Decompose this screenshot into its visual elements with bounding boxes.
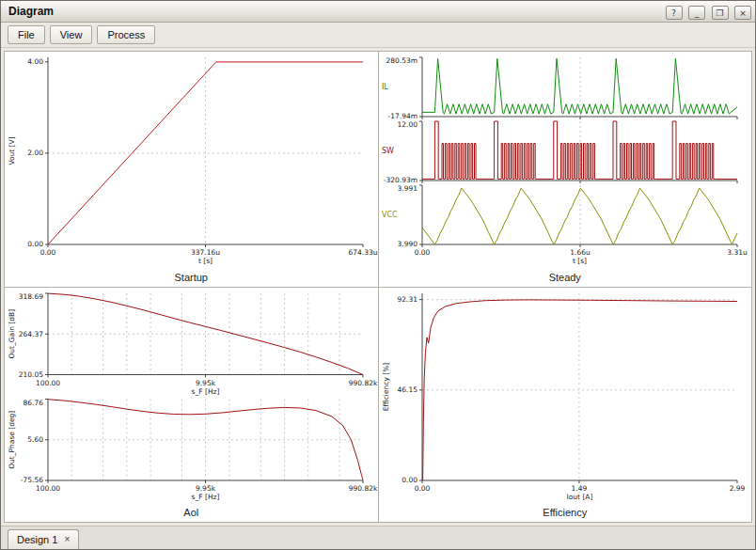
svg-text:t [s]: t [s]: [198, 257, 213, 265]
svg-text:2.99: 2.99: [729, 484, 745, 493]
svg-text:4.00: 4.00: [27, 57, 43, 66]
svg-text:-17.94m: -17.94m: [387, 112, 417, 120]
svg-text:280.53m: 280.53m: [386, 56, 417, 65]
diagram-window: Diagram ? _ ❐ × File View Process 0.0033…: [0, 0, 756, 550]
svg-text:IL: IL: [382, 83, 388, 91]
startup-chart-svg: 0.00337.16u674.33ut [s]0.002.004.00Vout …: [5, 52, 378, 271]
startup-plot[interactable]: 0.00337.16u674.33ut [s]0.002.004.00Vout …: [5, 52, 378, 271]
svg-text:Out_Phase [deg]: Out_Phase [deg]: [8, 410, 16, 468]
window-title: Diagram: [5, 5, 664, 18]
svg-text:990.82k: 990.82k: [349, 484, 378, 493]
close-button[interactable]: ×: [734, 6, 751, 20]
efficiency-caption: Efficiency: [379, 506, 752, 522]
tab-close-icon[interactable]: ×: [64, 535, 70, 544]
svg-text:9.95k: 9.95k: [196, 378, 216, 386]
svg-text:-75.56: -75.56: [21, 476, 43, 484]
svg-text:SW: SW: [382, 147, 394, 155]
svg-text:s_F [Hz]: s_F [Hz]: [192, 386, 220, 395]
menu-file[interactable]: File: [8, 25, 45, 44]
svg-text:3.991: 3.991: [397, 184, 417, 193]
svg-text:100.00: 100.00: [36, 378, 60, 386]
svg-text:Out_Gain [dB]: Out_Gain [dB]: [8, 308, 16, 358]
svg-text:Efficiency [%]: Efficiency [%]: [382, 362, 390, 411]
aol-plot[interactable]: 100.009.95k990.82ks_F [Hz]318.69264.3721…: [5, 288, 378, 507]
minimize-button[interactable]: _: [688, 6, 705, 20]
steady-caption: Steady: [379, 271, 752, 287]
menu-process[interactable]: Process: [97, 25, 155, 44]
svg-text:1.49: 1.49: [571, 484, 587, 493]
svg-text:Iout [A]: Iout [A]: [566, 493, 592, 501]
svg-text:100.00: 100.00: [36, 484, 60, 493]
chart-panel-aol: 100.009.95k990.82ks_F [Hz]318.69264.3721…: [5, 288, 378, 523]
aol-chart-svg: 100.009.95k990.82ks_F [Hz]318.69264.3721…: [5, 288, 378, 507]
tab-label: Design 1: [17, 534, 57, 545]
diagram-area: 0.00337.16u674.33ut [s]0.002.004.00Vout …: [4, 51, 752, 523]
tab-design-1[interactable]: Design 1 ×: [8, 529, 79, 549]
menu-bar: File View Process: [1, 23, 755, 48]
chart-panel-startup: 0.00337.16u674.33ut [s]0.002.004.00Vout …: [5, 52, 378, 287]
svg-text:5.60: 5.60: [27, 435, 43, 444]
svg-text:-320.93m: -320.93m: [383, 176, 417, 184]
tab-bar: Design 1 ×: [1, 526, 755, 549]
svg-text:0.00: 0.00: [40, 248, 56, 257]
svg-text:12.00: 12.00: [397, 120, 417, 129]
svg-text:210.05: 210.05: [19, 369, 43, 378]
svg-text:9.95k: 9.95k: [196, 484, 216, 493]
svg-text:337.16u: 337.16u: [191, 248, 220, 257]
svg-text:318.69: 318.69: [19, 292, 43, 301]
svg-text:674.33u: 674.33u: [349, 248, 378, 257]
steady-plot[interactable]: 280.53m-17.94mIL12.00-320.93mSW0.001.66u…: [379, 52, 752, 271]
maximize-button[interactable]: ❐: [712, 6, 729, 20]
svg-text:t [s]: t [s]: [572, 257, 586, 265]
menu-view[interactable]: View: [50, 25, 93, 44]
chart-panel-efficiency: 0.001.492.99Iout [A]0.0046.1592.31Effici…: [379, 288, 752, 523]
svg-text:s_F [Hz]: s_F [Hz]: [192, 493, 220, 501]
svg-text:46.15: 46.15: [397, 385, 417, 394]
svg-text:0.00: 0.00: [402, 476, 417, 484]
svg-text:1.66u: 1.66u: [570, 248, 591, 257]
aol-caption: Aol: [5, 506, 378, 522]
svg-text:VCC: VCC: [382, 211, 398, 219]
svg-text:264.37: 264.37: [19, 329, 43, 338]
efficiency-chart-svg: 0.001.492.99Iout [A]0.0046.1592.31Effici…: [379, 288, 752, 507]
window-controls: ? _ ❐ ×: [664, 3, 751, 21]
startup-caption: Startup: [5, 271, 378, 287]
svg-text:Vout [V]: Vout [V]: [8, 136, 16, 165]
svg-text:3.31u: 3.31u: [727, 248, 748, 257]
svg-text:86.76: 86.76: [24, 398, 44, 406]
steady-chart-svg: 280.53m-17.94mIL12.00-320.93mSW0.001.66u…: [379, 52, 752, 271]
svg-text:0.00: 0.00: [27, 240, 43, 248]
help-button[interactable]: ?: [666, 6, 683, 20]
svg-text:990.82k: 990.82k: [349, 378, 378, 386]
svg-text:0.00: 0.00: [414, 248, 430, 257]
svg-text:0.00: 0.00: [414, 484, 430, 493]
svg-text:3.990: 3.990: [397, 240, 417, 248]
chart-panel-steady: 280.53m-17.94mIL12.00-320.93mSW0.001.66u…: [379, 52, 752, 287]
svg-text:2.00: 2.00: [27, 149, 43, 157]
efficiency-plot[interactable]: 0.001.492.99Iout [A]0.0046.1592.31Effici…: [379, 288, 752, 507]
svg-text:92.31: 92.31: [397, 295, 417, 304]
title-bar[interactable]: Diagram ? _ ❐ ×: [1, 1, 755, 23]
